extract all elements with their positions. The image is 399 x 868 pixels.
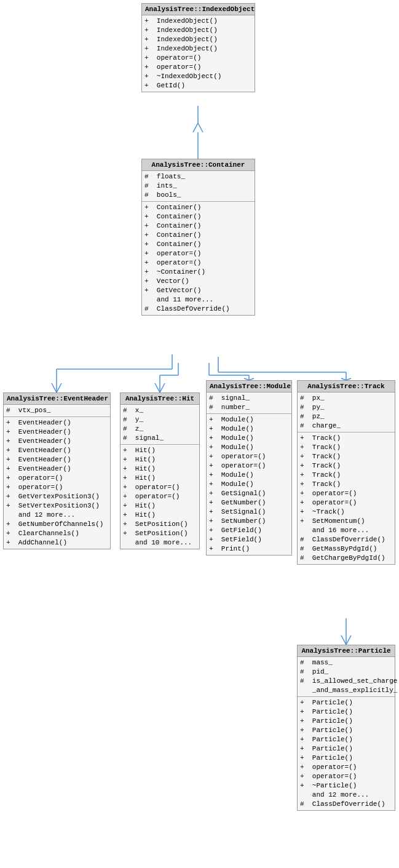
event-header-methods: + EventHeader() + EventHeader() + EventH…	[4, 417, 110, 549]
box-event-header: AnalysisTree::EventHeader # vtx_pos_ + E…	[3, 392, 111, 549]
module-fields: # signal_ # number_	[207, 392, 291, 414]
hit-title: AnalysisTree::Hit	[120, 393, 199, 405]
container-title: AnalysisTree::Container	[142, 159, 255, 171]
box-container: AnalysisTree::Container # floats_ # ints…	[141, 159, 255, 316]
hit-methods: + Hit() + Hit() + Hit() + Hit() + operat…	[120, 445, 199, 549]
indexed-object-methods: + IndexedObject() + IndexedObject() + In…	[142, 15, 255, 92]
box-module: AnalysisTree::Module # signal_ # number_…	[206, 380, 292, 555]
box-track: AnalysisTree::Track # px_ # py_ # pz_ # …	[297, 380, 395, 565]
diagram: AnalysisTree::IndexedObject + IndexedObj…	[0, 0, 399, 868]
module-methods: + Module() + Module() + Module() + Modul…	[207, 414, 291, 555]
box-particle: AnalysisTree::Particle # mass_ # pid_ # …	[297, 645, 395, 811]
box-hit: AnalysisTree::Hit # x_ # y_ # z_ # signa…	[120, 392, 200, 549]
particle-fields: # mass_ # pid_ # is_allowed_set_charge _…	[298, 657, 395, 697]
hit-fields: # x_ # y_ # z_ # signal_	[120, 405, 199, 445]
track-fields: # px_ # py_ # pz_ # charge_	[298, 392, 395, 432]
module-title: AnalysisTree::Module	[207, 381, 291, 392]
event-header-title: AnalysisTree::EventHeader	[4, 393, 110, 405]
container-methods: + Container() + Container() + Container(…	[142, 202, 255, 315]
box-indexed-object: AnalysisTree::IndexedObject + IndexedObj…	[141, 3, 255, 92]
track-methods: + Track() + Track() + Track() + Track() …	[298, 432, 395, 564]
event-header-fields: # vtx_pos_	[4, 405, 110, 417]
particle-title: AnalysisTree::Particle	[298, 645, 395, 657]
particle-methods: + Particle() + Particle() + Particle() +…	[298, 697, 395, 810]
container-fields: # floats_ # ints_ # bools_	[142, 171, 255, 202]
indexed-object-title: AnalysisTree::IndexedObject	[142, 4, 255, 15]
track-title: AnalysisTree::Track	[298, 381, 395, 392]
